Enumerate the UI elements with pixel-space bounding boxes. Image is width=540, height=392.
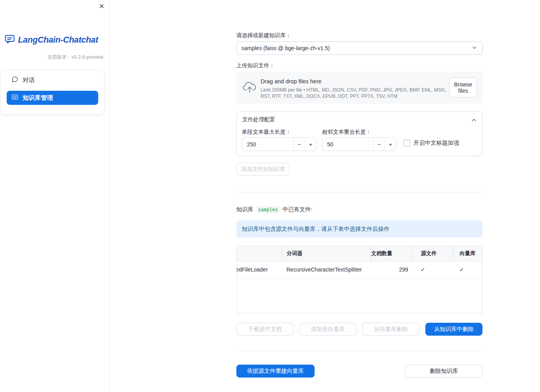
cell-doc-count: 299 <box>371 261 412 278</box>
zh-title-enhance-row: 开启中文标题加强 <box>403 139 459 147</box>
files-table-grid: 文档加载器 分词器 文档数量 源文件 向量库 UnstructuredFileL… <box>236 246 482 279</box>
sidebar: × LangChain-Chatchat 当前版本：v0.2.6-preview <box>0 0 110 392</box>
kb-select-label: 请选择或新建知识库： <box>236 32 291 39</box>
col-header-source-file[interactable]: 源文件 <box>412 246 453 261</box>
dropzone-title: Drag and drop files here <box>261 78 322 85</box>
chunk-size-input: 250 − + <box>242 137 317 151</box>
divider <box>236 192 482 192</box>
cloud-upload-icon <box>243 82 257 95</box>
cell-splitter: RecursiveCharacterTextSplitter <box>282 261 371 278</box>
overlap-size-increment-button[interactable]: + <box>385 138 396 151</box>
version-text: 当前版本：v0.2.6-preview <box>47 54 103 61</box>
expander-title: 文件处理配置 <box>242 116 275 123</box>
sidebar-item-knowledge-base[interactable]: 知识库管理 <box>7 91 98 105</box>
cell-source-file-check: ✓ <box>412 261 453 278</box>
zh-title-enhance-checkbox[interactable] <box>403 140 410 146</box>
file-uploader-dropzone[interactable]: Drag and drop files here Limit 200MB per… <box>236 72 482 104</box>
kb-select-dropdown[interactable]: samples (faiss @ bge-large-zh-v1.5) <box>236 41 482 55</box>
overlap-size-value[interactable]: 50 <box>322 138 373 151</box>
download-selected-button[interactable]: 下载选中文档 <box>236 323 293 336</box>
chevron-down-icon <box>472 45 477 52</box>
existing-files-heading: 知识库 samples 中已有文件: <box>236 206 313 213</box>
chunk-size-label: 单段文本最大长度： <box>242 129 291 136</box>
delete-from-kb-button[interactable]: 从知识库中删除 <box>425 323 482 336</box>
add-files-to-kb-button[interactable]: 添加文件到知识库 <box>236 163 290 176</box>
overlap-size-label: 相邻文本重合长度： <box>322 129 371 136</box>
chat-logo-icon <box>4 34 15 46</box>
chevron-up-icon[interactable] <box>471 117 477 124</box>
kb-name-code: samples <box>257 206 280 213</box>
app-logo: LangChain-Chatchat <box>4 34 98 46</box>
rebuild-vector-store-button[interactable]: 依据源文件重建向量库 <box>236 365 315 378</box>
zh-title-enhance-label: 开启中文标题加强 <box>414 139 459 147</box>
cell-loader: UnstructuredFileLoader <box>236 261 282 278</box>
kb-select-value: samples (faiss @ bge-large-zh-v1.5) <box>241 45 472 51</box>
main-content: 请选择或新建知识库： samples (faiss @ bge-large-zh… <box>236 0 483 392</box>
files-heading-prefix: 知识库 <box>236 206 254 213</box>
col-header-splitter[interactable]: 分词器 <box>282 246 371 261</box>
divider <box>236 351 482 351</box>
overlap-size-input: 50 − + <box>322 137 396 151</box>
info-banner: 知识库中包含源文件与向量库，请从下表中选择文件后操作 <box>236 220 482 237</box>
files-table[interactable]: 文档加载器 分词器 文档数量 源文件 向量库 UnstructuredFileL… <box>236 246 482 313</box>
logo-text: LangChain-Chatchat <box>18 35 98 45</box>
sidebar-close-button[interactable]: × <box>97 1 107 11</box>
app-page: × LangChain-Chatchat 当前版本：v0.2.6-preview <box>0 0 540 392</box>
chunk-size-increment-button[interactable]: + <box>305 138 316 151</box>
list-icon <box>11 94 18 102</box>
col-header-doc-count[interactable]: 文档数量 <box>371 246 412 261</box>
chunk-size-value[interactable]: 250 <box>242 138 293 151</box>
table-header-row: 文档加载器 分词器 文档数量 源文件 向量库 <box>236 246 482 261</box>
sidebar-menu: 对话 知识库管理 <box>1 70 104 114</box>
browse-files-button[interactable]: Browse files <box>449 77 477 97</box>
col-header-loader[interactable]: 文档加载器 <box>236 246 282 261</box>
chunk-size-decrement-button[interactable]: − <box>293 138 305 151</box>
chat-bubble-icon <box>11 76 18 85</box>
cell-vector-store-check: ✓ <box>453 261 482 278</box>
version-label: 当前版本： <box>47 54 72 60</box>
upload-label: 上传知识文件： <box>236 62 275 69</box>
sidebar-item-label: 知识库管理 <box>23 94 53 102</box>
col-header-vector-store[interactable]: 向量库 <box>453 246 482 261</box>
file-config-expander: 文件处理配置 单段文本最大长度： 相邻文本重合长度： 250 − + 50 − … <box>236 111 482 156</box>
table-row[interactable]: UnstructuredFileLoader RecursiveCharacte… <box>236 261 482 278</box>
delete-kb-button[interactable]: 删除知识库 <box>405 365 483 378</box>
sidebar-item-dialogue[interactable]: 对话 <box>7 73 98 87</box>
overlap-size-decrement-button[interactable]: − <box>373 138 385 151</box>
sidebar-item-label: 对话 <box>23 76 35 85</box>
delete-from-vector-store-button[interactable]: 从向量库删除 <box>362 323 419 336</box>
add-to-vector-store-button[interactable]: 添加至向量库 <box>299 323 356 336</box>
files-heading-suffix: 中已有文件: <box>283 206 313 213</box>
dropzone-hint: Limit 200MB per file • HTML, MD, JSON, C… <box>261 87 448 99</box>
version-value: v0.2.6-preview <box>72 54 103 60</box>
